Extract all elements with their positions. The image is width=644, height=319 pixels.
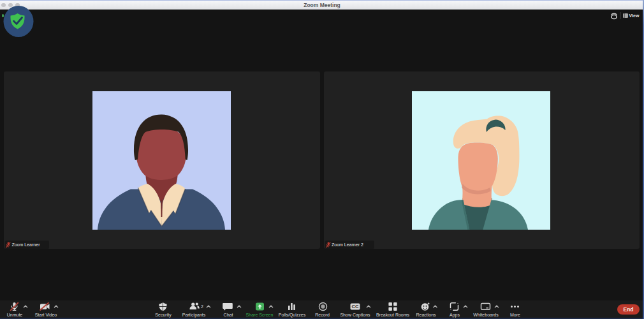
svg-text:CC: CC <box>352 304 359 309</box>
